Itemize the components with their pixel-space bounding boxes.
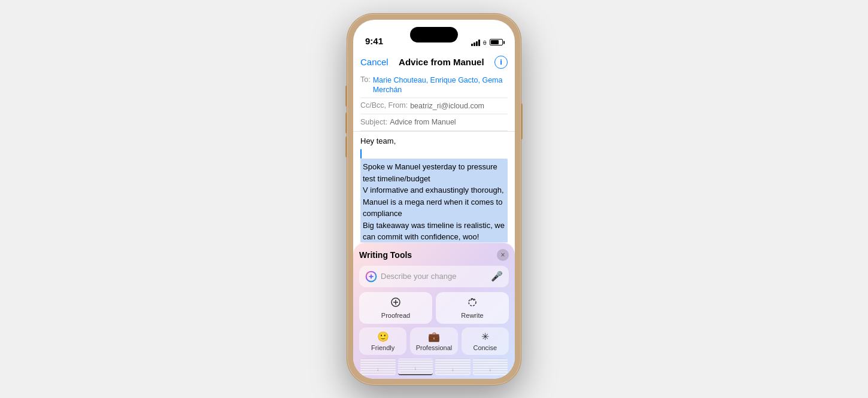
friendly-label: Friendly (371, 344, 394, 351)
page-preview-lines-2 (398, 358, 433, 372)
writing-tools-header: Writing Tools × (359, 249, 509, 261)
subject-field: Subject: Advice from Manuel (360, 114, 508, 130)
professional-label: Professional (416, 344, 453, 351)
writing-tools-input-row[interactable]: Describe your change 🎤 (359, 266, 509, 287)
page-previews (359, 358, 509, 375)
cc-field: Cc/Bcc, From: beatriz_ri@icloud.com (360, 98, 508, 114)
professional-icon: 💼 (428, 331, 440, 342)
svg-point-4 (469, 299, 476, 306)
writing-tools-panel: Writing Tools × (353, 242, 515, 379)
writing-tools-primary-buttons: Proofread Rewrite (359, 292, 509, 324)
proofread-label: Proofread (381, 312, 410, 319)
signal-icon (471, 39, 480, 46)
info-button[interactable]: i (494, 56, 508, 69)
email-nav: Cancel Advice from Manuel i (360, 52, 508, 72)
to-label: To: (360, 75, 371, 84)
to-recipients[interactable]: Marie Chouteau, Enrique Gacto, Gema Merc… (373, 75, 508, 95)
page-preview-4[interactable] (473, 358, 508, 375)
page-preview-2[interactable] (398, 358, 433, 375)
page-preview-lines-3 (435, 358, 471, 373)
professional-button[interactable]: 💼 Professional (410, 327, 457, 355)
dynamic-island (410, 27, 458, 42)
concise-label: Concise (473, 344, 497, 351)
email-greeting: Hey team, (360, 136, 508, 145)
writing-tools-secondary-buttons: 🙂 Friendly 💼 Professional ✳ Concise (359, 327, 509, 355)
page-preview-lines-4 (473, 358, 508, 373)
text-cursor (360, 149, 362, 159)
wifi-icon: 𝈚 (483, 39, 487, 46)
email-header: Cancel Advice from Manuel i To: Marie Ch… (353, 50, 515, 132)
cancel-button[interactable]: Cancel (360, 57, 389, 67)
battery-level (491, 40, 499, 44)
body-line-2: V informative and exhaustingly thorough,… (360, 184, 508, 220)
ai-sparkle-icon (365, 271, 377, 282)
cc-label: Cc/Bcc, From: (360, 101, 408, 110)
proofread-button[interactable]: Proofread (359, 292, 432, 324)
subject-value[interactable]: Advice from Manuel (390, 117, 508, 127)
status-icons: 𝈚 (471, 39, 503, 46)
writing-tools-input[interactable]: Describe your change (381, 272, 487, 281)
rewrite-button[interactable]: Rewrite (436, 292, 509, 324)
friendly-button[interactable]: 🙂 Friendly (359, 327, 406, 355)
concise-icon: ✳ (481, 331, 489, 342)
status-time: 9:41 (365, 36, 383, 46)
subject-label: Subject: (360, 118, 387, 126)
cc-value[interactable]: beatriz_ri@icloud.com (410, 101, 508, 111)
email-title: Advice from Manuel (399, 57, 484, 67)
writing-tools-title: Writing Tools (359, 250, 412, 260)
phone-wrapper: 9:41 𝈚 Cancel Advice from Manuel i To: M… (347, 14, 521, 385)
to-field: To: Marie Chouteau, Enrique Gacto, Gema … (360, 72, 508, 99)
page-preview-3[interactable] (435, 358, 471, 375)
rewrite-icon (467, 297, 478, 310)
body-line-3: Big takeaway was timeline is realistic, … (360, 220, 508, 242)
phone-screen: 9:41 𝈚 Cancel Advice from Manuel i To: M… (353, 20, 515, 379)
body-line-1: Spoke w Manuel yesterday to pressure tes… (360, 161, 508, 184)
selected-text-block: Spoke w Manuel yesterday to pressure tes… (360, 159, 508, 242)
email-body[interactable]: Hey team, Spoke w Manuel yesterday to pr… (353, 132, 515, 242)
page-preview-lines-1 (360, 358, 396, 373)
rewrite-label: Rewrite (461, 312, 483, 319)
battery-icon (490, 39, 503, 45)
friendly-icon: 🙂 (377, 331, 389, 342)
page-preview-1[interactable] (360, 358, 396, 375)
writing-tools-close-button[interactable]: × (497, 249, 509, 261)
concise-button[interactable]: ✳ Concise (462, 327, 509, 355)
microphone-icon[interactable]: 🎤 (491, 271, 503, 282)
proofread-icon (390, 297, 401, 310)
